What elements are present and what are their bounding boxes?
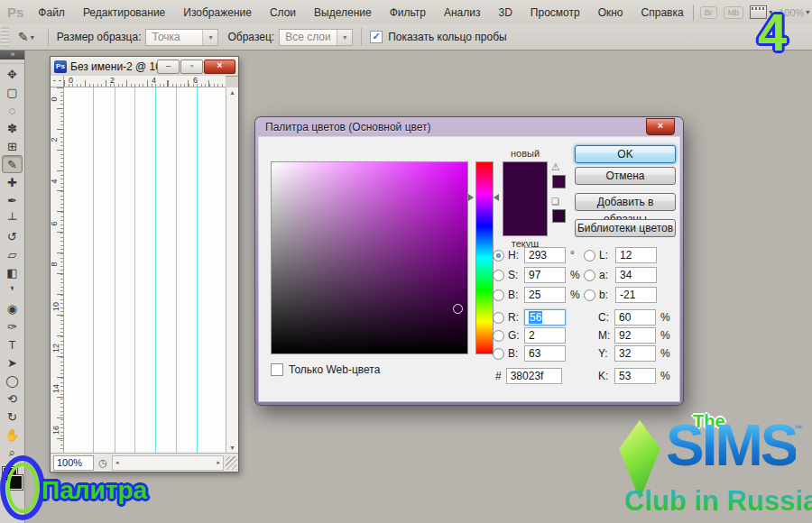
launch-bridge-button[interactable]: Br (700, 6, 717, 19)
dodge-tool[interactable]: ◉ (2, 299, 23, 317)
current-tool-button[interactable]: ✎ ▾ (18, 30, 34, 44)
cancel-button[interactable]: Отмена (575, 167, 676, 185)
pen-tool[interactable]: ✑ (2, 317, 23, 335)
saturation-input[interactable]: 97 (524, 267, 566, 283)
lasso-tool[interactable]: ◌ (2, 101, 23, 119)
web-colors-only-checkbox[interactable] (271, 363, 283, 376)
guide-line[interactable] (134, 87, 135, 453)
panel-collapse-button[interactable]: » (0, 50, 24, 60)
canvas[interactable] (64, 87, 226, 453)
dialog-close-button[interactable]: × (646, 118, 675, 135)
launch-mini-bridge-button[interactable]: Mb (724, 6, 744, 19)
3d-orbit-tool[interactable]: ↻ (2, 408, 23, 426)
vertical-scrollbar[interactable]: ▲ ▼ (226, 87, 238, 453)
history-brush-tool[interactable]: ↺ (2, 227, 23, 245)
guide-line[interactable] (155, 87, 156, 453)
hue-input[interactable]: 293 (524, 247, 566, 263)
panel-drag-handle[interactable] (0, 60, 24, 64)
hue-slider-marker-left[interactable] (468, 194, 474, 201)
red-radio[interactable] (493, 312, 504, 324)
menu-3d[interactable]: 3D (490, 1, 521, 24)
zoom-percent-field[interactable]: 100% (53, 455, 94, 471)
menu-file[interactable]: Файл (29, 1, 74, 24)
sample-size-select[interactable]: Точка ▾ (145, 29, 218, 46)
move-tool[interactable]: ✥ (2, 65, 23, 83)
blue-input[interactable]: 63 (524, 345, 566, 362)
quick-selection-tool[interactable]: ✽ (2, 119, 23, 137)
shape-tool[interactable]: ◯ (2, 372, 23, 390)
gamut-warning-icon[interactable]: ⚠ (551, 161, 560, 173)
status-info-icon[interactable]: ◷ (94, 457, 112, 469)
lab-b-radio[interactable] (584, 289, 595, 301)
hue-slider-marker-right[interactable] (494, 194, 499, 201)
color-field-marker[interactable] (453, 304, 463, 314)
rectangular-marquee-tool[interactable]: ▢ (2, 83, 23, 101)
restore-button[interactable]: ▫ (180, 60, 203, 74)
ok-button[interactable]: OK (575, 145, 676, 163)
show-sampling-ring-checkbox[interactable]: ✓ (370, 31, 383, 43)
saturation-brightness-field[interactable] (271, 161, 468, 354)
brightness-input[interactable]: 25 (524, 287, 566, 303)
menu-image[interactable]: Изображение (174, 1, 261, 24)
close-button[interactable]: × (204, 60, 235, 74)
resize-grip[interactable] (226, 456, 237, 470)
green-radio[interactable] (493, 330, 504, 342)
minimize-button[interactable]: – (157, 60, 180, 74)
scroll-right-icon[interactable]: ▸ (217, 459, 220, 466)
ruler-origin-corner[interactable] (51, 76, 64, 87)
sample-select[interactable]: Все слои ▾ (279, 29, 353, 46)
cyan-input[interactable]: 60 (614, 309, 656, 326)
eyedropper-tool[interactable]: ✎ (2, 155, 23, 173)
brush-tool[interactable]: ✒ (2, 191, 23, 209)
horizontal-scrollbar[interactable]: ◂ ▸ (112, 455, 224, 471)
color-libraries-button[interactable]: Библиотеки цветов (575, 219, 676, 237)
saturation-radio[interactable] (493, 270, 504, 281)
brightness-radio[interactable] (493, 289, 504, 301)
dialog-title[interactable]: Палитра цветов (Основной цвет) (255, 117, 683, 137)
healing-brush-tool[interactable]: ✚ (2, 173, 23, 191)
lab-l-radio[interactable] (584, 250, 595, 262)
black-input[interactable]: 53 (614, 368, 656, 384)
options-bar-grip[interactable] (1, 27, 9, 47)
add-to-swatches-button[interactable]: Добавить в образцы (575, 193, 676, 211)
menu-layers[interactable]: Слои (261, 1, 305, 24)
menu-window[interactable]: Окно (589, 1, 632, 24)
guide-line[interactable] (115, 87, 115, 453)
lab-l-input[interactable]: 12 (615, 247, 657, 263)
scroll-down-icon[interactable]: ▼ (226, 445, 238, 451)
hue-radio[interactable] (493, 250, 504, 262)
red-input[interactable]: 56 (524, 309, 566, 326)
guide-line[interactable] (197, 87, 198, 453)
menu-view[interactable]: Просмотр (521, 1, 589, 24)
lab-a-input[interactable]: 34 (615, 267, 657, 283)
scroll-up-icon[interactable]: ▲ (226, 89, 238, 96)
blur-tool[interactable]: ❜ (2, 281, 23, 299)
eraser-tool[interactable]: ▱ (2, 245, 23, 263)
path-selection-tool[interactable]: ➤ (2, 353, 23, 372)
document-title-bar[interactable]: Ps Без имени-2 @ 100... – ▫ × (51, 57, 238, 77)
lab-a-radio[interactable] (584, 270, 595, 281)
menu-help[interactable]: Справка (632, 1, 693, 24)
menu-filter[interactable]: Фильтр (381, 1, 435, 24)
gradient-tool[interactable]: ◧ (2, 263, 23, 281)
menu-select[interactable]: Выделение (305, 1, 381, 24)
web-safe-cube-icon[interactable]: ❏ (551, 197, 559, 206)
blue-radio[interactable] (493, 348, 504, 360)
guide-line[interactable] (176, 87, 177, 453)
menu-analysis[interactable]: Анализ (435, 1, 490, 24)
type-tool[interactable]: T (2, 335, 23, 353)
menu-edit[interactable]: Редактирование (74, 1, 174, 24)
scroll-left-icon[interactable]: ◂ (115, 459, 119, 466)
guide-line[interactable] (93, 87, 94, 453)
clone-stamp-tool[interactable]: ┴ (2, 209, 23, 227)
hand-tool[interactable]: ✋ (2, 426, 23, 444)
gamut-safe-swatch[interactable] (552, 175, 566, 188)
lab-b-input[interactable]: -21 (615, 287, 657, 303)
hex-input[interactable]: 38023f (506, 368, 562, 384)
web-safe-swatch[interactable] (552, 209, 566, 223)
3d-rotate-tool[interactable]: ⟲ (2, 390, 23, 408)
hue-slider[interactable] (475, 161, 494, 354)
yellow-input[interactable]: 32 (614, 345, 656, 362)
magenta-input[interactable]: 92 (614, 327, 656, 344)
crop-tool[interactable]: ⊞ (2, 137, 23, 155)
